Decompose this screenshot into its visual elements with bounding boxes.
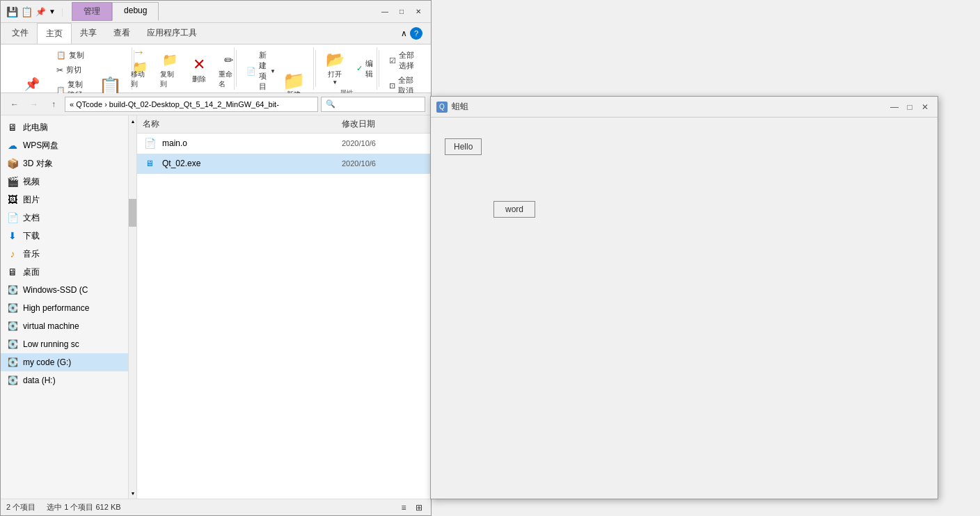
word-button[interactable]: word bbox=[493, 201, 535, 218]
sidebar-label-wps: WPS网盘 bbox=[23, 140, 58, 152]
ribbon-tab-apptools[interactable]: 应用程序工具 bbox=[139, 23, 205, 44]
close-button[interactable]: ✕ bbox=[411, 5, 425, 19]
qt-content: Hello word bbox=[431, 118, 938, 499]
sidebar-label-computer: 此电脑 bbox=[23, 122, 48, 134]
cut-icon: ✂ bbox=[56, 65, 63, 75]
copy-path-icon: 📋 bbox=[56, 86, 65, 94]
sidebar-label-desktop: 桌面 bbox=[23, 266, 40, 278]
ribbon-tab-home[interactable]: 主页 bbox=[37, 23, 72, 44]
qt-minimize-button[interactable]: — bbox=[887, 100, 901, 114]
sidebar-item-3d[interactable]: 📦 3D 对象 bbox=[1, 154, 128, 172]
cut-button[interactable]: ✂ 剪切 bbox=[54, 63, 93, 76]
sidebar-item-downloads[interactable]: ⬇ 下载 bbox=[1, 227, 128, 245]
computer-icon: 🖥 bbox=[6, 121, 19, 134]
scroll-track[interactable] bbox=[129, 127, 136, 487]
up-button[interactable]: ↑ bbox=[45, 96, 62, 113]
status-bar: 2 个项目 选中 1 个项目 612 KB ≡ ⊞ bbox=[1, 499, 431, 515]
pictures-icon: 🖼 bbox=[6, 193, 19, 206]
undo-icon[interactable]: 📋 bbox=[21, 6, 33, 17]
sidebar-container: 🖥 此电脑 ☁ WPS网盘 📦 3D 对象 🎬 视频 🖼 图片 bbox=[1, 115, 137, 499]
ribbon-collapse-icon[interactable]: ∧ bbox=[401, 29, 407, 38]
file-row-main-o[interactable]: 📄 main.o 2020/10/6 bbox=[137, 134, 431, 154]
main-content: 🖥 此电脑 ☁ WPS网盘 📦 3D 对象 🎬 视频 🖼 图片 bbox=[1, 115, 431, 499]
select-all-icon: ☑ bbox=[389, 56, 396, 65]
ribbon-open-buttons: 📂 打开 ▼ ✓ 编辑 bbox=[317, 49, 376, 88]
ribbon: 文件 主页 共享 查看 应用程序工具 ∧ ? 📌 固定到 快速访问 bbox=[1, 23, 431, 93]
divider-4 bbox=[379, 50, 379, 87]
downloads-icon: ⬇ bbox=[6, 229, 19, 242]
sidebar-item-pictures[interactable]: 🖼 图片 bbox=[1, 191, 128, 209]
help-icon[interactable]: ? bbox=[410, 27, 422, 40]
copy-icon: 📋 bbox=[56, 51, 66, 60]
ribbon-tab-view[interactable]: 查看 bbox=[105, 23, 139, 44]
qt-application-window: Q 蛆蛆 — □ ✕ Hello word bbox=[430, 96, 938, 499]
sidebar-item-video[interactable]: 🎬 视频 bbox=[1, 172, 128, 191]
minimize-button[interactable]: — bbox=[378, 5, 392, 19]
delete-button[interactable]: ✕ 删除 bbox=[185, 54, 213, 87]
sidebar-label-documents: 文档 bbox=[23, 212, 40, 224]
maximize-button[interactable]: □ bbox=[395, 5, 409, 19]
address-path[interactable]: « QTcode › build-Qt_02-Desktop_Qt_5_14_2… bbox=[65, 97, 318, 112]
new-folder-icon: 📁 bbox=[285, 72, 302, 89]
sidebar-item-music[interactable]: ♪ 音乐 bbox=[1, 245, 128, 263]
hello-button[interactable]: Hello bbox=[445, 138, 482, 155]
sidebar-item-wps[interactable]: ☁ WPS网盘 bbox=[1, 136, 128, 154]
ribbon-tab-file[interactable]: 文件 bbox=[3, 23, 37, 44]
forward-button[interactable]: → bbox=[26, 96, 42, 113]
sidebar-item-low-running[interactable]: 💽 Low running sc bbox=[1, 335, 128, 353]
list-view-button[interactable]: ≡ bbox=[397, 501, 410, 514]
sidebar-item-desktop[interactable]: 🖥 桌面 bbox=[1, 263, 128, 281]
status-right: ≡ ⊞ bbox=[397, 501, 425, 514]
sidebar-label-windows-ssd: Windows-SSD (C bbox=[23, 285, 88, 295]
save-icon[interactable]: 💾 bbox=[6, 6, 18, 17]
mycode-icon: 💽 bbox=[6, 356, 19, 369]
column-date[interactable]: 修改日期 bbox=[342, 118, 425, 130]
file-row-qt02-exe[interactable]: 🖥 Qt_02.exe 2020/10/6 bbox=[137, 154, 431, 174]
ribbon-group-organize: →📁 移动到 📁 复制到 ✕ 删除 ✏ 重命名 bbox=[135, 47, 235, 90]
explorer-window: 💾 📋 📌 ▼ | 管理 debug — □ ✕ 文件 主页 共享 查看 应用程… bbox=[0, 0, 432, 516]
back-button[interactable]: ← bbox=[6, 96, 23, 113]
new-item-button[interactable]: 📄 新建项目 ▼ bbox=[244, 49, 278, 93]
qt-maximize-button[interactable]: □ bbox=[903, 100, 917, 114]
sidebar-item-documents[interactable]: 📄 文档 bbox=[1, 209, 128, 227]
open-icon: 📂 bbox=[326, 51, 343, 68]
ribbon-organize-buttons: →📁 移动到 📁 复制到 ✕ 删除 ✏ 重命名 bbox=[127, 49, 242, 92]
sidebar-label-3d: 3D 对象 bbox=[23, 158, 53, 170]
sidebar-item-windows-ssd[interactable]: 💽 Windows-SSD (C bbox=[1, 281, 128, 299]
virtual-icon: 💽 bbox=[6, 320, 19, 332]
edit-button[interactable]: ✓ 编辑 bbox=[354, 57, 376, 81]
search-box[interactable]: 🔍 bbox=[321, 97, 425, 112]
scroll-down-button[interactable]: ▼ bbox=[129, 487, 137, 499]
qt-app-icon: Q bbox=[436, 102, 448, 113]
sidebar-item-computer[interactable]: 🖥 此电脑 bbox=[1, 118, 128, 136]
file-list-header: 名称 修改日期 bbox=[137, 115, 431, 134]
select-all-button[interactable]: ☑ 全部选择 bbox=[386, 49, 420, 72]
pin-icon[interactable]: 📌 bbox=[35, 7, 46, 17]
sidebar-item-data[interactable]: 💽 data (H:) bbox=[1, 371, 128, 389]
ribbon-group-select: ☑ 全部选择 ⊡ 全部取消 bbox=[381, 47, 425, 90]
sidebar-item-virtual[interactable]: 💽 virtual machine bbox=[1, 317, 128, 335]
tab-manage[interactable]: 管理 bbox=[72, 2, 112, 21]
3d-icon: 📦 bbox=[6, 157, 19, 170]
sidebar-item-high-perf[interactable]: 💽 High performance bbox=[1, 299, 128, 317]
scroll-thumb[interactable] bbox=[129, 199, 136, 227]
ribbon-tab-share[interactable]: 共享 bbox=[72, 23, 105, 44]
explorer-title-bar: 💾 📋 📌 ▼ | 管理 debug — □ ✕ bbox=[1, 1, 431, 23]
item-count: 2 个项目 bbox=[6, 502, 35, 513]
copy-button[interactable]: 📋 复制 bbox=[54, 49, 93, 62]
column-name[interactable]: 名称 bbox=[143, 118, 342, 130]
tab-debug[interactable]: debug bbox=[112, 2, 159, 21]
copy-to-button[interactable]: 📁 复制到 bbox=[156, 49, 184, 92]
open-button[interactable]: 📂 打开 ▼ bbox=[317, 49, 352, 88]
sidebar-scrollbar[interactable]: ▲ ▼ bbox=[128, 115, 136, 499]
scroll-up-button[interactable]: ▲ bbox=[129, 115, 137, 127]
dropdown-icon[interactable]: ▼ bbox=[49, 8, 56, 15]
details-view-button[interactable]: ⊞ bbox=[413, 501, 425, 514]
file-date-qt02-exe: 2020/10/6 bbox=[342, 159, 425, 168]
sidebar-label-high-perf: High performance bbox=[23, 303, 89, 313]
qt-close-button[interactable]: ✕ bbox=[918, 100, 932, 114]
sidebar-item-mycode[interactable]: 💽 my code (G:) bbox=[1, 353, 128, 371]
ribbon-select-buttons: ☑ 全部选择 ⊡ 全部取消 bbox=[386, 49, 420, 97]
move-button[interactable]: →📁 移动到 bbox=[127, 49, 155, 92]
sidebar-label-music: 音乐 bbox=[23, 248, 40, 260]
